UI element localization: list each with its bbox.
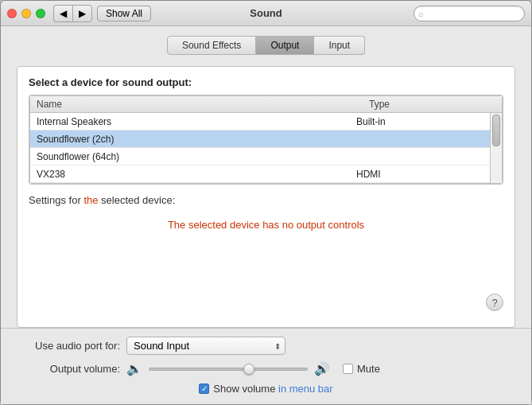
settings-prefix: Settings for: [29, 194, 83, 206]
settings-label: Settings for the selected device:: [29, 194, 503, 206]
bottom-bar: Use audio port for: Sound Input Sound Ou…: [1, 328, 531, 404]
close-button[interactable]: [7, 9, 17, 18]
col-header-type: Type: [363, 99, 490, 110]
row-type: Built-in: [356, 116, 483, 127]
show-volume-prefix: Show volume: [213, 383, 278, 395]
volume-high-icon: 🔊: [314, 361, 330, 376]
show-volume-checkbox[interactable]: ✓: [199, 384, 209, 394]
audio-port-select[interactable]: Sound Input Sound Output Off: [126, 337, 285, 355]
window-title: Sound: [250, 7, 282, 19]
device-table: Name Type Internal Speakers Built-in Sou…: [29, 95, 503, 184]
volume-row: Output volume: 🔈 🔊 Mute: [17, 361, 515, 376]
tab-output[interactable]: Output: [256, 36, 314, 55]
table-row[interactable]: VX238 HDMI: [30, 166, 502, 183]
device-table-container: Name Type Internal Speakers Built-in Sou…: [29, 95, 503, 185]
output-panel: Select a device for sound output: Name T…: [17, 66, 515, 328]
content-area: Sound Effects Output Input Select a devi…: [1, 26, 531, 328]
title-bar: ◀ ▶ Show All Sound ⌕: [1, 1, 531, 26]
forward-button[interactable]: ▶: [72, 5, 92, 22]
no-controls-colored: no: [282, 219, 293, 231]
row-name: VX238: [37, 169, 356, 180]
search-input[interactable]: [414, 6, 525, 21]
mute-area: Mute: [343, 363, 380, 375]
show-all-button[interactable]: Show All: [97, 6, 151, 21]
show-volume-colored: in menu bar: [278, 383, 333, 395]
scrollbar-thumb[interactable]: [492, 115, 500, 146]
volume-slider[interactable]: [149, 368, 308, 371]
row-name: Internal Speakers: [37, 116, 356, 127]
traffic-lights: [7, 9, 45, 18]
maximize-button[interactable]: [36, 9, 45, 18]
audio-port-row: Use audio port for: Sound Input Sound Ou…: [17, 337, 515, 355]
search-box: ⌕: [414, 6, 525, 21]
minimize-button[interactable]: [21, 9, 31, 18]
row-name: Soundflower (2ch): [37, 134, 356, 145]
table-row[interactable]: Soundflower (64ch): [30, 148, 502, 166]
audio-port-label: Use audio port for:: [17, 340, 120, 352]
no-controls-message: The selected device has no output contro…: [29, 219, 503, 231]
menu-bar-row: ✓ Show volume in menu bar: [17, 383, 515, 398]
row-name: Soundflower (64ch): [37, 151, 356, 162]
tab-sound-effects[interactable]: Sound Effects: [167, 36, 257, 55]
tab-input[interactable]: Input: [314, 36, 365, 55]
main-window: ◀ ▶ Show All Sound ⌕ Sound Effects Outpu…: [0, 0, 532, 405]
back-button[interactable]: ◀: [53, 5, 72, 22]
settings-suffix: selected device:: [98, 194, 175, 206]
settings-colored: the: [83, 194, 98, 206]
slider-fill: [150, 368, 252, 370]
volume-low-icon: 🔈: [126, 361, 142, 376]
search-icon: ⌕: [418, 9, 424, 18]
scrollbar[interactable]: [490, 113, 502, 183]
panel-inner: Select a device for sound output: Name T…: [17, 67, 515, 327]
no-controls-prefix: The selected device has: [168, 219, 282, 231]
show-volume-text: Show volume in menu bar: [213, 383, 332, 395]
volume-label: Output volume:: [17, 363, 120, 375]
table-row[interactable]: Internal Speakers Built-in: [30, 113, 502, 130]
panel-title: Select a device for sound output:: [29, 76, 503, 88]
no-controls-suffix: output controls: [293, 219, 364, 231]
mute-label: Mute: [357, 363, 380, 375]
help-button[interactable]: ?: [486, 294, 503, 311]
table-body: Internal Speakers Built-in Soundflower (…: [30, 113, 502, 183]
audio-port-select-wrapper: Sound Input Sound Output Off ⬍: [126, 337, 285, 355]
tabs-bar: Sound Effects Output Input: [17, 36, 515, 55]
row-type: HDMI: [356, 169, 483, 180]
nav-buttons: ◀ ▶: [53, 5, 92, 22]
col-header-name: Name: [30, 99, 363, 110]
slider-thumb[interactable]: [243, 364, 254, 375]
mute-checkbox[interactable]: [343, 364, 353, 374]
table-row[interactable]: Soundflower (2ch): [30, 130, 502, 148]
table-header: Name Type: [30, 96, 502, 113]
